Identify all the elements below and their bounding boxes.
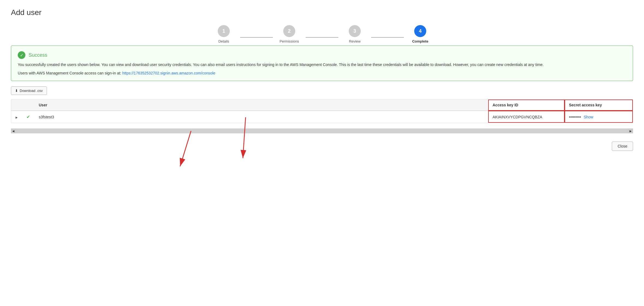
step-2-circle: 2 bbox=[283, 25, 295, 37]
users-table: User Access key ID Secret access key ▶ bbox=[11, 100, 633, 123]
step-2: 2 Permissions bbox=[273, 25, 306, 43]
users-table-wrapper: User Access key ID Secret access key ▶ bbox=[11, 99, 633, 123]
row-access-key-cell: AKIAINXVYCDPGVNCQBZA bbox=[488, 111, 565, 123]
step-connector-1 bbox=[240, 37, 273, 38]
row-user-cell: s3fstest3 bbox=[34, 111, 488, 123]
console-signin-link[interactable]: https://176352532702.signin.aws.amazon.c… bbox=[122, 71, 215, 75]
username-value: s3fstest3 bbox=[39, 115, 54, 119]
step-3-circle: 3 bbox=[349, 25, 361, 37]
step-connector-2 bbox=[306, 37, 338, 38]
step-connector-3 bbox=[371, 37, 404, 38]
step-4: 4 Complete bbox=[404, 25, 437, 43]
col-user-header: User bbox=[34, 100, 488, 111]
success-link-line: Users with AWS Management Console access… bbox=[18, 71, 626, 75]
svg-line-2 bbox=[243, 117, 246, 158]
step-1-label: Details bbox=[218, 39, 229, 43]
page-title: Add user bbox=[11, 8, 633, 17]
scroll-track[interactable] bbox=[16, 128, 628, 133]
secret-key-masked: ••••••••• bbox=[569, 115, 581, 119]
col-icon-header bbox=[22, 100, 34, 111]
row-secret-cell: ••••••••• Show bbox=[565, 111, 633, 123]
download-icon: ⬇ bbox=[15, 89, 18, 93]
step-1: 1 Details bbox=[207, 25, 240, 43]
stepper: 1 Details 2 Permissions 3 Review 4 Compl… bbox=[11, 25, 633, 43]
step-1-circle: 1 bbox=[218, 25, 230, 37]
step-2-label: Permissions bbox=[280, 39, 299, 43]
success-check-icon: ✓ bbox=[18, 51, 25, 59]
col-expand-header bbox=[11, 100, 22, 111]
success-box: ✓ Success You successfully created the u… bbox=[11, 46, 633, 81]
success-body: You successfully created the users shown… bbox=[18, 62, 626, 68]
table-header-row: User Access key ID Secret access key bbox=[11, 100, 633, 111]
row-success-icon: ✔ bbox=[26, 115, 30, 119]
row-expand-cell: ▶ bbox=[11, 111, 22, 123]
success-link-prefix: Users with AWS Management Console access… bbox=[18, 71, 122, 75]
col-access-key-header: Access key ID bbox=[488, 100, 565, 111]
access-key-value: AKIAINXVYCDPGVNCQBZA bbox=[493, 115, 542, 119]
table-row: ▶ ✔ s3fstest3 AKIAINXVYCDPGVNCQBZA •••••… bbox=[11, 111, 633, 123]
horizontal-scrollbar[interactable]: ◀ ▶ bbox=[11, 128, 633, 133]
expand-icon[interactable]: ▶ bbox=[16, 116, 18, 119]
close-label: Close bbox=[618, 144, 627, 148]
step-4-circle: 4 bbox=[414, 25, 426, 37]
scroll-left-arrow[interactable]: ◀ bbox=[11, 128, 16, 133]
step-3-label: Review bbox=[349, 39, 361, 43]
download-csv-label: Download .csv bbox=[20, 89, 43, 93]
row-icon-cell: ✔ bbox=[22, 111, 34, 123]
success-title: Success bbox=[29, 52, 47, 58]
step-4-label: Complete bbox=[412, 39, 428, 43]
download-csv-button[interactable]: ⬇ Download .csv bbox=[11, 86, 47, 95]
show-secret-link[interactable]: Show bbox=[584, 115, 593, 119]
close-button[interactable]: Close bbox=[612, 142, 633, 151]
step-3: 3 Review bbox=[338, 25, 371, 43]
scroll-right-arrow[interactable]: ▶ bbox=[628, 128, 633, 133]
footer: Close bbox=[11, 142, 633, 151]
col-secret-header: Secret access key bbox=[565, 100, 633, 111]
